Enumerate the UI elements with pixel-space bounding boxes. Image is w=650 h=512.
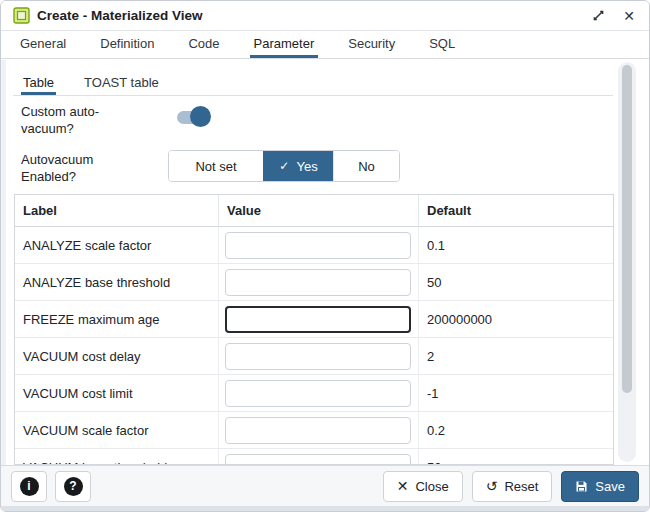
- dialog-footer: i ? ✕ Close ↺ Reset Save: [1, 465, 649, 506]
- autovacuum-enabled-label: Autovacuum Enabled?: [21, 152, 139, 186]
- param-value-input[interactable]: [225, 232, 411, 259]
- table-row: VACUUM cost limit -1: [15, 375, 613, 412]
- reset-button[interactable]: ↺ Reset: [472, 471, 553, 502]
- param-label: VACUUM cost limit: [15, 375, 218, 411]
- maximize-icon: [592, 9, 605, 22]
- help-button[interactable]: ?: [55, 471, 91, 502]
- tab-security[interactable]: Security: [344, 31, 399, 58]
- dialog-title: Create - Materialized View: [37, 8, 203, 23]
- help-icon: ?: [64, 477, 83, 496]
- param-value-input[interactable]: [225, 306, 411, 333]
- autovacuum-option-yes[interactable]: ✓ Yes: [263, 151, 333, 181]
- close-button[interactable]: ✕ Close: [383, 471, 463, 502]
- param-value-input[interactable]: [225, 380, 411, 407]
- close-x-icon: ✕: [397, 479, 409, 493]
- param-label: FREEZE maximum age: [15, 301, 218, 337]
- param-label: VACUUM scale factor: [15, 412, 218, 448]
- tab-code[interactable]: Code: [184, 31, 223, 58]
- parameter-subtabs: Table TOAST table: [13, 69, 613, 96]
- tab-sql[interactable]: SQL: [425, 31, 459, 58]
- maximize-button[interactable]: [590, 7, 607, 24]
- param-default: 2: [418, 338, 613, 374]
- param-default: 0.2: [418, 412, 613, 448]
- subtab-toast-table[interactable]: TOAST table: [82, 69, 161, 95]
- header-value: Value: [218, 195, 418, 226]
- param-value-input[interactable]: [225, 417, 411, 444]
- param-label: VACUUM cost delay: [15, 338, 218, 374]
- autovacuum-option-no[interactable]: No: [333, 151, 399, 181]
- header-label: Label: [15, 195, 218, 226]
- close-icon: ✕: [623, 9, 635, 23]
- materialized-view-icon: [13, 7, 30, 24]
- parameters-table-body: ANALYZE scale factor 0.1 ANALYZE base th…: [15, 227, 613, 465]
- table-row: VACUUM cost delay 2: [15, 338, 613, 375]
- header-default: Default: [418, 195, 613, 226]
- content-left-gutter: [1, 60, 6, 465]
- save-button[interactable]: Save: [561, 471, 639, 502]
- save-icon: [575, 480, 588, 493]
- parameter-tab-content: Table TOAST table Custom auto-vacuum? Au…: [1, 60, 649, 465]
- custom-autovacuum-label: Custom auto-vacuum?: [21, 104, 139, 138]
- param-label: ANALYZE base threshold: [15, 264, 218, 300]
- parameters-table: Label Value Default ANALYZE scale factor…: [14, 194, 614, 465]
- autovacuum-option-not-set[interactable]: Not set: [169, 151, 263, 181]
- param-default: -1: [418, 375, 613, 411]
- param-default: 0.1: [418, 227, 613, 263]
- dialog-close-button[interactable]: ✕: [621, 7, 637, 25]
- param-default: 50: [418, 264, 613, 300]
- param-value-input[interactable]: [225, 454, 411, 466]
- tab-general[interactable]: General: [16, 31, 70, 58]
- info-button[interactable]: i: [11, 471, 47, 502]
- tab-definition[interactable]: Definition: [96, 31, 158, 58]
- table-row: ANALYZE base threshold 50: [15, 264, 613, 301]
- dialog-titlebar: Create - Materialized View ✕: [1, 1, 649, 31]
- parameters-table-header: Label Value Default: [15, 195, 613, 227]
- param-label: ANALYZE scale factor: [15, 227, 218, 263]
- reset-icon: ↺: [486, 479, 498, 493]
- dialog-tabbar: General Definition Code Parameter Securi…: [1, 31, 649, 59]
- table-row: VACUUM base threshold 50: [15, 449, 613, 465]
- check-icon: ✓: [279, 159, 289, 173]
- tab-parameter[interactable]: Parameter: [250, 31, 319, 58]
- create-materialized-view-dialog: Create - Materialized View ✕ General Def…: [0, 0, 650, 512]
- param-value-input[interactable]: [225, 343, 411, 370]
- custom-autovacuum-toggle[interactable]: [177, 106, 213, 128]
- subtab-table[interactable]: Table: [21, 69, 56, 95]
- table-row: VACUUM scale factor 0.2: [15, 412, 613, 449]
- autovacuum-enabled-group: Not set ✓ Yes No: [168, 150, 400, 182]
- dialog-bottom-edge: [1, 506, 649, 512]
- info-icon: i: [20, 477, 39, 496]
- param-label: VACUUM base threshold: [15, 449, 218, 465]
- table-row: ANALYZE scale factor 0.1: [15, 227, 613, 264]
- table-row: FREEZE maximum age 200000000: [15, 301, 613, 338]
- toggle-knob: [190, 106, 211, 127]
- vertical-scrollbar[interactable]: [618, 62, 636, 462]
- param-default: 200000000: [418, 301, 613, 337]
- param-default: 50: [418, 449, 613, 465]
- scrollbar-thumb[interactable]: [622, 65, 632, 393]
- param-value-input[interactable]: [225, 269, 411, 296]
